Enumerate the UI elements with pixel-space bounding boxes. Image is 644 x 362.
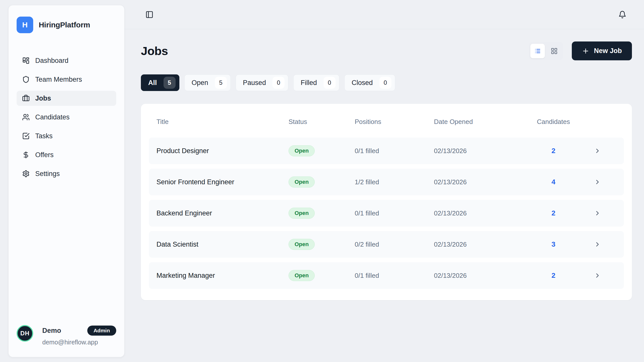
main-content: Jobs New Job [125, 29, 644, 300]
positions-filled: 0/2 filled [355, 241, 434, 248]
chevron-right-icon [579, 272, 616, 279]
list-view-button[interactable] [530, 44, 545, 58]
chevron-right-icon [579, 178, 616, 186]
job-title: Product Designer [156, 147, 289, 155]
filter-count-badge: 5 [164, 77, 176, 89]
job-title: Senior Frontend Engineer [156, 178, 289, 186]
filter-count-badge: 5 [215, 77, 227, 89]
table-row[interactable]: Senior Frontend Engineer Open 1/2 filled… [149, 169, 624, 195]
column-header-positions: Positions [355, 118, 434, 125]
sidebar-item-tasks[interactable]: Tasks [17, 128, 116, 144]
filter-tab-open[interactable]: Open 5 [184, 74, 231, 91]
positions-filled: 1/2 filled [355, 178, 434, 186]
table-row[interactable]: Product Designer Open 0/1 filled 02/13/2… [149, 138, 624, 164]
user-profile[interactable]: DH Demo Admin demo@hireflow.app [17, 325, 116, 349]
bell-icon [618, 11, 626, 19]
date-opened: 02/13/2026 [434, 241, 528, 248]
sidebar-item-dashboard[interactable]: Dashboard [17, 53, 116, 68]
shield-icon [22, 76, 30, 83]
filter-tab-closed[interactable]: Closed 0 [344, 74, 395, 91]
candidates-count: 4 [528, 178, 579, 186]
column-header-title: Title [156, 118, 289, 125]
column-header-status: Status [289, 118, 355, 125]
jobs-table-card: Title Status Positions Date Opened Candi… [141, 104, 632, 300]
app-title: HiringPlatform [39, 21, 90, 29]
header-actions: New Job [529, 41, 632, 60]
list-icon [534, 48, 541, 55]
sidebar-item-label: Jobs [35, 95, 51, 102]
filter-tab-filled[interactable]: Filled 0 [293, 74, 339, 91]
sidebar-item-label: Candidates [35, 113, 70, 121]
job-title: Data Scientist [156, 241, 289, 248]
status-badge: Open [289, 145, 315, 156]
table-row[interactable]: Backend Engineer Open 0/1 filled 02/13/2… [149, 200, 624, 227]
sidebar-item-label: Settings [35, 170, 60, 178]
sidebar-item-jobs[interactable]: Jobs [17, 91, 116, 106]
table-row[interactable]: Data Scientist Open 0/2 filled 02/13/202… [149, 231, 624, 258]
user-info: Demo Admin demo@hireflow.app [42, 325, 116, 346]
view-toggle [529, 42, 563, 60]
status-badge: Open [289, 239, 315, 250]
dollar-icon [22, 151, 30, 159]
chevron-right-icon [579, 147, 616, 154]
new-job-label: New Job [594, 47, 622, 55]
sidebar-item-label: Dashboard [35, 57, 68, 65]
date-opened: 02/13/2026 [434, 178, 528, 186]
filter-count-badge: 0 [272, 77, 285, 89]
job-title: Backend Engineer [156, 209, 289, 217]
sidebar-item-label: Offers [35, 151, 54, 159]
filter-label: Closed [352, 79, 373, 87]
sidebar-item-offers[interactable]: Offers [17, 147, 116, 162]
date-opened: 02/13/2026 [434, 147, 528, 155]
page-header: Jobs New Job [141, 41, 632, 60]
sidebar-toggle-button[interactable] [145, 11, 153, 19]
filter-label: All [148, 79, 157, 87]
filter-label: Paused [243, 79, 266, 87]
avatar: DH [17, 325, 33, 342]
plus-icon [582, 47, 589, 55]
sidebar-item-candidates[interactable]: Candidates [17, 110, 116, 125]
page-title: Jobs [141, 44, 168, 58]
topbar [125, 0, 644, 29]
grid-icon [551, 48, 558, 55]
briefcase-icon [22, 95, 30, 102]
filter-tab-paused[interactable]: Paused 0 [236, 74, 289, 91]
positions-filled: 0/1 filled [355, 147, 434, 155]
chevron-right-icon [579, 241, 616, 248]
new-job-button[interactable]: New Job [572, 41, 632, 60]
date-opened: 02/13/2026 [434, 272, 528, 280]
chevron-right-icon [579, 210, 616, 217]
status-filter-tabs: All 5 Open 5 Paused 0 Filled 0 Closed 0 [141, 74, 632, 91]
positions-filled: 0/1 filled [355, 272, 434, 280]
date-opened: 02/13/2026 [434, 209, 528, 217]
status-badge: Open [289, 176, 315, 188]
notifications-button[interactable] [618, 11, 626, 19]
filter-label: Filled [301, 79, 317, 87]
brand: H HiringPlatform [17, 17, 116, 33]
grid-view-button[interactable] [547, 44, 561, 58]
candidates-count: 2 [528, 272, 579, 280]
table-row[interactable]: Marketing Manager Open 0/1 filled 02/13/… [149, 262, 624, 289]
job-title: Marketing Manager [156, 272, 289, 280]
candidates-count: 2 [528, 209, 579, 217]
sidebar: H HiringPlatform Dashboard Team Members … [8, 5, 125, 357]
candidates-count: 3 [528, 240, 579, 248]
table-header-row: Title Status Positions Date Opened Candi… [149, 118, 624, 125]
user-name: Demo [42, 327, 61, 335]
filter-tab-all[interactable]: All 5 [141, 74, 179, 91]
role-badge: Admin [87, 326, 116, 336]
filter-count-badge: 0 [324, 77, 336, 89]
sidebar-item-label: Tasks [35, 132, 53, 140]
sidebar-item-settings[interactable]: Settings [17, 166, 116, 181]
panel-left-icon [145, 11, 153, 19]
sidebar-item-label: Team Members [35, 76, 82, 83]
candidates-count: 2 [528, 147, 579, 155]
filter-count-badge: 0 [379, 77, 391, 89]
sidebar-item-team-members[interactable]: Team Members [17, 72, 116, 87]
gear-icon [22, 170, 30, 177]
filter-label: Open [192, 79, 208, 87]
column-header-candidates: Candidates [528, 118, 579, 125]
square-check-icon [22, 132, 30, 140]
sidebar-nav: Dashboard Team Members Jobs Candidates T… [17, 53, 116, 181]
positions-filled: 0/1 filled [355, 209, 434, 217]
